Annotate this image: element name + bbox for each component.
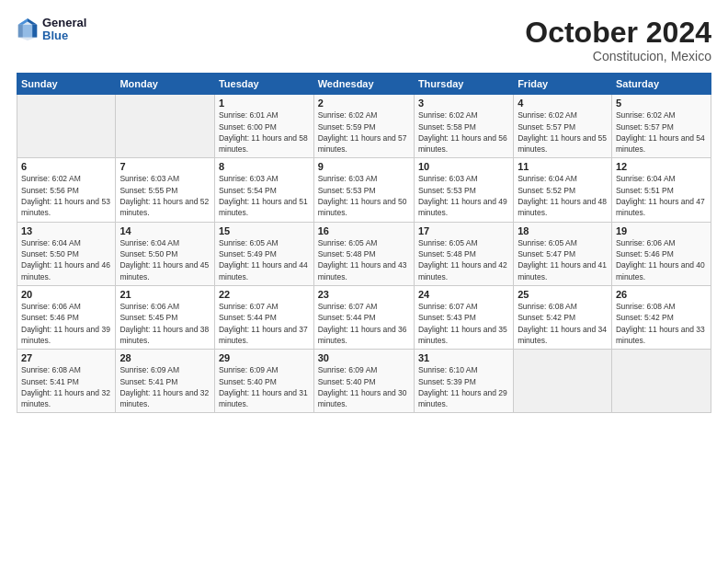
- calendar-cell: 6Sunrise: 6:02 AM Sunset: 5:56 PM Daylig…: [17, 158, 116, 222]
- day-detail: Sunrise: 6:03 AM Sunset: 5:53 PM Dayligh…: [318, 173, 410, 218]
- calendar-cell: [611, 350, 711, 413]
- calendar-cell: 26Sunrise: 6:08 AM Sunset: 5:42 PM Dayli…: [611, 285, 711, 349]
- day-number: 11: [518, 161, 608, 172]
- day-number: 29: [219, 352, 310, 363]
- calendar-cell: 8Sunrise: 6:03 AM Sunset: 5:54 PM Daylig…: [214, 158, 313, 222]
- day-detail: Sunrise: 6:05 AM Sunset: 5:48 PM Dayligh…: [418, 237, 509, 282]
- day-detail: Sunrise: 6:04 AM Sunset: 5:51 PM Dayligh…: [616, 173, 707, 218]
- calendar-cell: 20Sunrise: 6:06 AM Sunset: 5:46 PM Dayli…: [17, 285, 116, 349]
- day-detail: Sunrise: 6:04 AM Sunset: 5:50 PM Dayligh…: [119, 237, 210, 282]
- title-block: October 2024 Constitucion, Mexico: [525, 17, 711, 63]
- day-number: 25: [518, 289, 608, 300]
- week-row-3: 20Sunrise: 6:06 AM Sunset: 5:46 PM Dayli…: [17, 285, 711, 349]
- svg-marker-5: [23, 25, 32, 38]
- calendar-cell: 21Sunrise: 6:06 AM Sunset: 5:45 PM Dayli…: [116, 285, 215, 349]
- day-number: 24: [418, 289, 509, 300]
- calendar: Sunday Monday Tuesday Wednesday Thursday…: [17, 73, 711, 413]
- day-detail: Sunrise: 6:05 AM Sunset: 5:49 PM Dayligh…: [219, 237, 310, 282]
- logo: General Blue: [17, 17, 86, 43]
- day-number: 17: [418, 225, 509, 236]
- day-number: 2: [318, 98, 410, 109]
- day-detail: Sunrise: 6:03 AM Sunset: 5:53 PM Dayligh…: [418, 173, 509, 218]
- day-detail: Sunrise: 6:03 AM Sunset: 5:54 PM Dayligh…: [219, 173, 310, 218]
- day-detail: Sunrise: 6:06 AM Sunset: 5:45 PM Dayligh…: [119, 301, 210, 346]
- svg-marker-3: [18, 25, 23, 38]
- page: General Blue October 2024 Constitucion, …: [0, 0, 728, 563]
- calendar-cell: 24Sunrise: 6:07 AM Sunset: 5:43 PM Dayli…: [414, 285, 513, 349]
- calendar-cell: 2Sunrise: 6:02 AM Sunset: 5:59 PM Daylig…: [313, 95, 414, 158]
- calendar-cell: 25Sunrise: 6:08 AM Sunset: 5:42 PM Dayli…: [514, 285, 612, 349]
- month-title: October 2024: [525, 17, 711, 49]
- calendar-cell: 13Sunrise: 6:04 AM Sunset: 5:50 PM Dayli…: [17, 222, 116, 285]
- col-wednesday: Wednesday: [313, 74, 414, 95]
- day-detail: Sunrise: 6:01 AM Sunset: 6:00 PM Dayligh…: [219, 109, 310, 155]
- col-friday: Friday: [514, 74, 612, 95]
- logo-line1: General: [42, 17, 86, 29]
- calendar-cell: 10Sunrise: 6:03 AM Sunset: 5:53 PM Dayli…: [414, 158, 513, 222]
- day-detail: Sunrise: 6:08 AM Sunset: 5:41 PM Dayligh…: [21, 364, 111, 409]
- calendar-cell: 22Sunrise: 6:07 AM Sunset: 5:44 PM Dayli…: [214, 285, 313, 349]
- day-detail: Sunrise: 6:09 AM Sunset: 5:40 PM Dayligh…: [219, 364, 310, 409]
- day-detail: Sunrise: 6:06 AM Sunset: 5:46 PM Dayligh…: [616, 237, 707, 282]
- day-detail: Sunrise: 6:02 AM Sunset: 5:59 PM Dayligh…: [318, 109, 410, 155]
- calendar-cell: 14Sunrise: 6:04 AM Sunset: 5:50 PM Dayli…: [116, 222, 215, 285]
- calendar-cell: 18Sunrise: 6:05 AM Sunset: 5:47 PM Dayli…: [514, 222, 612, 285]
- logo-text: General Blue: [42, 17, 86, 43]
- day-number: 3: [418, 98, 509, 109]
- day-detail: Sunrise: 6:10 AM Sunset: 5:39 PM Dayligh…: [418, 364, 509, 409]
- day-detail: Sunrise: 6:05 AM Sunset: 5:47 PM Dayligh…: [518, 237, 608, 282]
- logo-icon: [17, 17, 39, 42]
- col-sunday: Sunday: [17, 74, 116, 95]
- day-number: 23: [318, 289, 410, 300]
- day-detail: Sunrise: 6:09 AM Sunset: 5:40 PM Dayligh…: [318, 364, 410, 409]
- day-detail: Sunrise: 6:07 AM Sunset: 5:43 PM Dayligh…: [418, 301, 509, 346]
- day-detail: Sunrise: 6:09 AM Sunset: 5:41 PM Dayligh…: [119, 364, 210, 409]
- day-detail: Sunrise: 6:07 AM Sunset: 5:44 PM Dayligh…: [318, 301, 410, 346]
- calendar-cell: 7Sunrise: 6:03 AM Sunset: 5:55 PM Daylig…: [116, 158, 215, 222]
- day-number: 6: [21, 161, 111, 172]
- header: General Blue October 2024 Constitucion, …: [17, 17, 711, 63]
- week-row-0: 1Sunrise: 6:01 AM Sunset: 6:00 PM Daylig…: [17, 95, 711, 158]
- calendar-cell: 19Sunrise: 6:06 AM Sunset: 5:46 PM Dayli…: [611, 222, 711, 285]
- day-number: 18: [518, 225, 608, 236]
- col-tuesday: Tuesday: [214, 74, 313, 95]
- calendar-cell: 29Sunrise: 6:09 AM Sunset: 5:40 PM Dayli…: [214, 350, 313, 413]
- day-number: 21: [119, 289, 210, 300]
- day-detail: Sunrise: 6:07 AM Sunset: 5:44 PM Dayligh…: [219, 301, 310, 346]
- day-number: 5: [616, 98, 707, 109]
- logo-line2: Blue: [42, 29, 86, 42]
- calendar-cell: [17, 95, 116, 158]
- day-number: 10: [418, 161, 509, 172]
- col-monday: Monday: [116, 74, 215, 95]
- day-number: 15: [219, 225, 310, 236]
- calendar-cell: 30Sunrise: 6:09 AM Sunset: 5:40 PM Dayli…: [313, 350, 414, 413]
- week-row-4: 27Sunrise: 6:08 AM Sunset: 5:41 PM Dayli…: [17, 350, 711, 413]
- day-detail: Sunrise: 6:04 AM Sunset: 5:52 PM Dayligh…: [518, 173, 608, 218]
- day-number: 16: [318, 225, 410, 236]
- day-number: 28: [119, 352, 210, 363]
- calendar-cell: [514, 350, 612, 413]
- calendar-cell: 27Sunrise: 6:08 AM Sunset: 5:41 PM Dayli…: [17, 350, 116, 413]
- calendar-cell: 11Sunrise: 6:04 AM Sunset: 5:52 PM Dayli…: [514, 158, 612, 222]
- day-number: 20: [21, 289, 111, 300]
- calendar-body: 1Sunrise: 6:01 AM Sunset: 6:00 PM Daylig…: [17, 95, 711, 413]
- day-detail: Sunrise: 6:02 AM Sunset: 5:56 PM Dayligh…: [21, 173, 111, 218]
- day-number: 13: [21, 225, 111, 236]
- day-number: 8: [219, 161, 310, 172]
- day-detail: Sunrise: 6:03 AM Sunset: 5:55 PM Dayligh…: [119, 173, 210, 218]
- calendar-cell: 3Sunrise: 6:02 AM Sunset: 5:58 PM Daylig…: [414, 95, 513, 158]
- col-thursday: Thursday: [414, 74, 513, 95]
- day-number: 27: [21, 352, 111, 363]
- day-detail: Sunrise: 6:05 AM Sunset: 5:48 PM Dayligh…: [318, 237, 410, 282]
- week-row-2: 13Sunrise: 6:04 AM Sunset: 5:50 PM Dayli…: [17, 222, 711, 285]
- location-subtitle: Constitucion, Mexico: [525, 49, 711, 63]
- day-number: 4: [518, 98, 608, 109]
- svg-marker-4: [32, 25, 37, 38]
- day-detail: Sunrise: 6:08 AM Sunset: 5:42 PM Dayligh…: [616, 301, 707, 346]
- calendar-cell: 9Sunrise: 6:03 AM Sunset: 5:53 PM Daylig…: [313, 158, 414, 222]
- day-detail: Sunrise: 6:02 AM Sunset: 5:57 PM Dayligh…: [616, 109, 707, 155]
- day-detail: Sunrise: 6:08 AM Sunset: 5:42 PM Dayligh…: [518, 301, 608, 346]
- calendar-cell: 4Sunrise: 6:02 AM Sunset: 5:57 PM Daylig…: [514, 95, 612, 158]
- calendar-cell: 1Sunrise: 6:01 AM Sunset: 6:00 PM Daylig…: [214, 95, 313, 158]
- day-number: 1: [219, 98, 310, 109]
